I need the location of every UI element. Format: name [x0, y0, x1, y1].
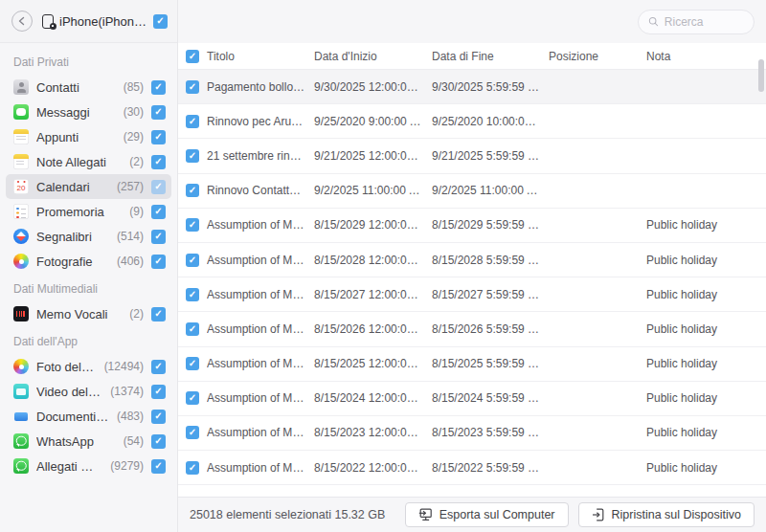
export-to-computer-button[interactable]: Esporta sul Computer [405, 502, 569, 527]
sidebar-item-documenti-dell[interactable]: Documenti dell'... (483) [6, 404, 171, 429]
sidebar-sections: Dati Privati Contatti (85) Messaggi (30)… [0, 43, 177, 532]
row-checkbox[interactable] [186, 426, 199, 439]
row-checkbox[interactable] [186, 80, 199, 94]
table-row[interactable]: Assumption of Mary 8/15/2029 12:00:00 AM… [178, 209, 766, 243]
row-title: Rinnovo pec Aruba 30... [207, 115, 314, 128]
topbar [178, 0, 766, 43]
table-row[interactable]: 21 settembre rinnovo... 9/21/2025 12:00:… [178, 139, 766, 173]
table-row[interactable]: Assumption of Mary 8/15/2023 12:00:00 AM… [178, 416, 766, 451]
sidebar-item-checkbox[interactable] [151, 385, 166, 399]
row-checkbox[interactable] [186, 288, 199, 301]
export-button-label: Esporta sul Computer [439, 508, 555, 521]
sidebar-item-count: (2) [129, 307, 144, 321]
row-note: Public holiday [646, 288, 766, 301]
row-start-date: 8/15/2028 12:00:00 AM [314, 254, 432, 267]
table-header: Titolo Data d'Inizio Data di Fine Posizi… [178, 43, 766, 70]
sidebar-item-checkbox[interactable] [151, 155, 166, 169]
select-all-checkbox[interactable] [186, 50, 199, 63]
sidebar-item-checkbox[interactable] [151, 434, 166, 449]
sidebar-item-checkbox[interactable] [151, 459, 166, 474]
row-end-date: 9/21/2025 5:59:59 PM [432, 149, 549, 163]
sidebar-item-checkbox[interactable] [151, 105, 166, 120]
row-note: Public holiday [646, 357, 766, 370]
sidebar-item-whatsapp[interactable]: WhatsApp (54) [6, 429, 171, 454]
sidebar-item-label: Segnalibri [36, 230, 109, 244]
table-row[interactable]: Assumption of Mary 8/15/2026 12:00:00 AM… [178, 312, 766, 346]
sidebar-item-checkbox[interactable] [151, 80, 166, 95]
reminders-icon [13, 204, 29, 219]
row-checkbox[interactable] [186, 357, 199, 370]
sidebar-item-checkbox[interactable] [151, 410, 166, 424]
sidebar-item-checkbox[interactable] [151, 230, 166, 244]
table-row[interactable]: Assumption of Mary 8/15/2025 12:00:00 AM… [178, 347, 766, 382]
messages-icon [13, 104, 29, 120]
sidebar-item-checkbox[interactable] [151, 360, 166, 374]
row-checkbox[interactable] [186, 218, 199, 232]
device-select-checkbox[interactable] [153, 14, 168, 29]
notes-icon [13, 129, 29, 144]
column-header-end-date[interactable]: Data di Fine [432, 50, 549, 63]
sidebar-item-note-allegati[interactable]: Note Allegati (2) [6, 149, 171, 174]
column-header-note[interactable]: Nota [646, 50, 766, 63]
search-input[interactable] [665, 15, 744, 29]
device-name: iPhone(iPhone 15... [59, 14, 147, 29]
sidebar-item-checkbox[interactable] [151, 255, 166, 269]
row-end-date: 8/15/2022 5:59:59 PM [432, 461, 549, 475]
sidebar-item-appunti[interactable]: Appunti (29) [6, 124, 171, 149]
app-photos-icon [13, 359, 29, 374]
row-checkbox[interactable] [186, 322, 199, 336]
sidebar-item-checkbox[interactable] [151, 130, 166, 144]
row-checkbox[interactable] [186, 254, 199, 267]
sidebar-item-fotografie[interactable]: Fotografie (406) [6, 249, 171, 274]
sidebar-item-segnalibri[interactable]: Segnalibri (514) [6, 224, 171, 249]
row-start-date: 8/15/2027 12:00:00 AM [314, 288, 432, 301]
table-row[interactable]: Assumption of Mary 8/15/2022 12:00:00 AM… [178, 451, 766, 485]
table-row[interactable]: Assumption of Mary 8/15/2024 12:00:00 AM… [178, 382, 766, 416]
sidebar-item-allegati-whats[interactable]: Allegati Whats... (9279) [6, 454, 171, 478]
row-end-date: 9/2/2025 11:00:00 AM [432, 184, 549, 197]
restore-device-icon [592, 508, 605, 521]
sidebar-item-video-dell-app[interactable]: Video dell'App (1374) [6, 379, 171, 404]
vertical-scrollbar-thumb[interactable] [758, 59, 764, 92]
sidebar-item-checkbox[interactable] [151, 205, 166, 219]
sidebar-item-label: Fotografie [36, 255, 109, 269]
table-row[interactable]: Assumption of Mary 8/15/2028 12:00:00 AM… [178, 243, 766, 277]
sidebar-item-contatti[interactable]: Contatti (85) [6, 75, 171, 100]
sidebar-item-messaggi[interactable]: Messaggi (30) [6, 100, 171, 124]
table-row[interactable]: Pagamento bollo 2° tr... 9/30/2025 12:00… [178, 70, 766, 104]
row-title: Assumption of Mary [207, 357, 314, 370]
row-end-date: 8/15/2029 5:59:59 PM [432, 218, 549, 232]
sidebar-item-memo-vocali[interactable]: Memo Vocali (2) [6, 301, 171, 326]
column-header-position[interactable]: Posizione [549, 50, 646, 63]
back-button[interactable] [11, 11, 33, 32]
table-row[interactable]: Rinnovo pec Aruba 30... 9/25/2020 9:00:0… [178, 104, 766, 139]
sidebar-item-count: (9) [129, 205, 144, 218]
sidebar-item-label: Allegati Whats... [36, 459, 102, 474]
column-header-title[interactable]: Titolo [207, 50, 314, 63]
row-checkbox[interactable] [186, 461, 199, 475]
restore-to-device-button[interactable]: Ripristina sul Dispositivo [578, 502, 755, 527]
sidebar: iPhone(iPhone 15... Dati Privati Contatt… [0, 0, 178, 532]
table-row[interactable]: Assumption of Mary 8/15/2027 12:00:00 AM… [178, 277, 766, 312]
sidebar-item-count: (406) [117, 255, 144, 268]
sidebar-item-foto-dell-app[interactable]: Foto dell'App (12494) [6, 354, 171, 379]
row-checkbox[interactable] [186, 184, 199, 197]
contacts-icon [13, 79, 29, 95]
column-header-start-date[interactable]: Data d'Inizio [314, 50, 432, 63]
row-title: Assumption of Mary [207, 254, 314, 267]
table-row[interactable]: Rinnovo Contattolab 9/2/2025 11:00:00 AM… [178, 174, 766, 209]
search-box[interactable] [638, 10, 755, 34]
sidebar-item-calendari[interactable]: Calendari (257) [6, 174, 171, 199]
selection-summary: 25018 elementi selezionati 15.32 GB [190, 508, 395, 521]
row-title: Assumption of Mary [207, 322, 314, 336]
row-start-date: 8/15/2023 12:00:00 AM [314, 426, 432, 439]
sidebar-item-checkbox[interactable] [151, 307, 166, 321]
app-documents-icon [13, 409, 29, 424]
sidebar-item-checkbox[interactable] [151, 180, 166, 194]
sidebar-section-label: Dati dell'App [0, 326, 177, 354]
sidebar-item-label: Video dell'App [36, 385, 102, 399]
sidebar-item-promemoria[interactable]: Promemoria (9) [6, 199, 171, 224]
row-checkbox[interactable] [186, 115, 199, 128]
row-checkbox[interactable] [186, 149, 199, 163]
row-checkbox[interactable] [186, 391, 199, 405]
